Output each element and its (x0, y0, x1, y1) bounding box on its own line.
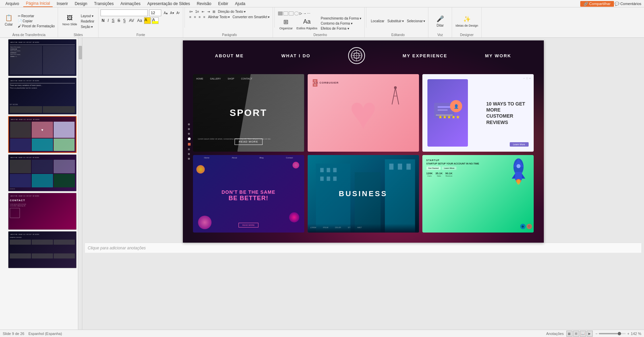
svg-rect-18 (385, 159, 415, 233)
convert-smartart-button[interactable]: Converter em SmartArt ▾ (231, 15, 271, 19)
menu-animacoes[interactable]: Animações (118, 1, 143, 7)
effects-button[interactable]: Efeitos de Forma ▾ (320, 26, 363, 31)
new-slide-button[interactable]: 🖼 Novo Slide (61, 12, 79, 27)
comments-button[interactable]: 💬 Comentários (615, 2, 641, 6)
highlight-button[interactable]: A (152, 17, 159, 24)
organize-button[interactable]: ⊞ Organizar (278, 17, 294, 31)
section-button[interactable]: Seção ▾ (80, 25, 95, 29)
menu-revisao[interactable]: Revisão (194, 1, 214, 7)
font-color-button[interactable]: A (144, 17, 151, 24)
copy-button[interactable]: 📄 Copiar (17, 19, 56, 23)
design-ideas-icon: ✨ (462, 14, 472, 24)
sport-title: SPORT (230, 108, 267, 118)
svg-marker-32 (512, 174, 515, 179)
dictate-icon: 🎤 (436, 14, 445, 24)
slide-thumb-7[interactable]: ABOUT MEWHAT I DOMY EXPMY WORK Name of t… (8, 39, 77, 76)
text-direction-button[interactable]: Direção do Texto ▾ (217, 9, 247, 14)
menu-apresentacao[interactable]: Apresentação de Slides (144, 1, 193, 7)
separator-3 (366, 7, 366, 28)
change-case-button[interactable]: Aa (136, 18, 143, 23)
share-button[interactable]: 🔗 Compartilhar (580, 1, 614, 7)
zoom-minus[interactable]: − (595, 332, 597, 336)
slide-wrapper-12: 12 ABOUT MEWHAT I DOMY EXPMY WORK GRAPHI… (1, 231, 77, 268)
shape-rect[interactable] (278, 11, 283, 16)
underline-button[interactable]: S (111, 18, 115, 23)
notes-button[interactable]: Anotações (546, 332, 564, 336)
zoom-slider[interactable] (599, 333, 626, 334)
paste-button[interactable]: 📋 Colar (2, 12, 16, 27)
slide-10-nav: ABOUT MEWHAT I DOMY EXPMY WORK (10, 156, 40, 159)
shape-square[interactable] (289, 11, 293, 16)
menu-transicoes[interactable]: Transições (91, 1, 116, 7)
find-button[interactable]: Localizar (370, 19, 385, 23)
menu-design[interactable]: Design (72, 1, 90, 7)
outline-button[interactable]: Contorno da Forma ▾ (320, 21, 363, 26)
reviews-btn[interactable]: Learn More (510, 142, 529, 147)
normal-view-btn[interactable]: ▦ (566, 331, 572, 337)
slides-label: Slides (58, 33, 98, 37)
indent-decrease-button[interactable]: ⇤ (201, 9, 205, 14)
align-left-button[interactable]: ≡ (188, 15, 192, 19)
shape-more[interactable]: ⋯ (307, 11, 310, 16)
italic-button[interactable]: I (107, 18, 110, 23)
slide-thumb-11[interactable]: ABOUT MEWHAT I DOMY EXPMY WORK CONTACT L… (8, 193, 77, 230)
menu-pagina-inicial[interactable]: Página Inicial (23, 0, 53, 7)
zoom-plus[interactable]: + (627, 332, 629, 336)
numbering-button[interactable]: 1≡ (194, 9, 200, 14)
menu-ajuda[interactable]: Ajuda (232, 1, 248, 7)
menu-exibir[interactable]: Exibir (216, 1, 231, 7)
shape-circle[interactable] (294, 11, 299, 16)
increase-font-button[interactable]: A▴ (163, 11, 169, 15)
justify-button[interactable]: ≡ (202, 15, 206, 19)
format-painter-button[interactable]: 🖌 Pincel de Formatação (17, 24, 56, 28)
slide-thumb-9[interactable]: ABOUT MEWHAT I DOMY EXPMY WORK ♥ (8, 116, 77, 153)
font-size-selector[interactable]: 12 (149, 9, 161, 16)
strikethrough-button[interactable]: S (116, 18, 121, 23)
space-read-btn[interactable]: READ MORE (239, 223, 258, 227)
dot-3 (188, 133, 190, 135)
redefine-button[interactable]: Redefinir (80, 19, 95, 24)
design-ideas-button[interactable]: ✨ Ideias de Design (454, 14, 479, 28)
annotation-area[interactable]: Clique para adicionar anotações (85, 243, 641, 253)
slide-thumb-10[interactable]: ABOUT MEWHAT I DOMY EXPMY WORK DESIGN (8, 154, 77, 191)
slideshow-btn[interactable]: ▶ (587, 331, 593, 337)
startup-subtitle: STARTUP SETUP YOUR ACCOUNT IN NO-TIME (426, 162, 483, 165)
sport-read-btn[interactable]: READ MORE (234, 139, 262, 145)
bold-button[interactable]: N (101, 18, 106, 23)
menu-arquivo[interactable]: Arquivo (3, 1, 22, 7)
layout-button[interactable]: Layout ▾ (80, 14, 95, 18)
font-name-selector[interactable] (101, 9, 148, 16)
slide-sorter-btn[interactable]: ⊞ (573, 331, 579, 337)
indent-increase-button[interactable]: ⇥ (206, 9, 211, 14)
portfolio-reviews: −□× 👤 ★★★★★ 10 WAYS TO GET (422, 74, 534, 152)
portfolio-startup: STARTUP STARTUP SETUP YOUR ACCOUNT IN NO… (422, 155, 534, 233)
clear-format-button[interactable]: Aᵡ (175, 11, 181, 15)
align-center-button[interactable]: ≡ (193, 15, 197, 19)
decrease-font-button[interactable]: A▾ (169, 11, 175, 15)
quick-styles-button[interactable]: Aa Estilos Rápidos (295, 17, 319, 31)
bullets-button[interactable]: ≡• (188, 9, 193, 14)
align-text-button[interactable]: Alinhar Texto ▾ (207, 15, 231, 19)
separator-2 (274, 7, 275, 28)
column-button[interactable]: ⊞ (212, 9, 216, 14)
align-right-button[interactable]: ≡ (198, 15, 202, 19)
reading-view-btn[interactable]: 📖 (580, 331, 586, 337)
voice-group: 🎤 Ditar Voz (428, 7, 452, 37)
fill-button[interactable]: Preenchimento da Forma ▾ (320, 16, 363, 21)
select-button[interactable]: Selecionar ▾ (406, 19, 426, 23)
cut-button[interactable]: ✂ Recortar (17, 14, 56, 18)
startup-btn2[interactable]: Learn More (442, 166, 456, 170)
slide-thumb-8[interactable]: ABOUT MEWHAT I DOMY EXPMY WORK There are… (8, 78, 77, 115)
startup-btn1[interactable]: Get Started (426, 166, 441, 170)
menu-inserir[interactable]: Inserir (54, 1, 71, 7)
dictate-button[interactable]: 🎤 Ditar (433, 13, 447, 28)
shape-arrow[interactable]: → (303, 11, 306, 16)
text-shadow-button[interactable]: S̲ (122, 18, 127, 23)
slide-thumb-12[interactable]: ABOUT MEWHAT I DOMY EXPMY WORK GRAPHIC D… (8, 231, 77, 268)
shape-triangle[interactable]: ▷ (300, 11, 302, 16)
replace-button[interactable]: Substituir ▾ (386, 19, 405, 23)
shape-rounded-rect[interactable] (283, 11, 288, 16)
main-slide[interactable]: ABOUT ME WHAT I DO MY EXPERIENCE MY WORK (183, 40, 544, 243)
panel-scrollbar[interactable] (78, 38, 82, 330)
char-spacing-button[interactable]: AV (128, 18, 135, 23)
